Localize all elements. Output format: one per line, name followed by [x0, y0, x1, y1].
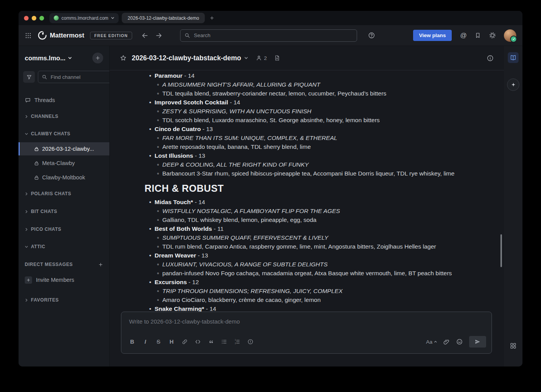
sidebar-group-clawby-chats[interactable]: CLAWBY CHATS — [19, 128, 109, 140]
view-plans-button[interactable]: View plans — [413, 30, 452, 41]
forward-button[interactable] — [155, 32, 162, 39]
italic-button[interactable]: I — [140, 337, 151, 347]
add-direct-message-button[interactable] — [98, 262, 103, 267]
active-browser-tab[interactable]: 2026-03-12-clawby-tabstack-demo — [122, 13, 205, 23]
cocktail-ingredients-line: ◦Barbancourt 3-Star rhum, spiced hibiscu… — [145, 169, 504, 178]
sidebar-group-attic[interactable]: ATTIC — [19, 240, 109, 253]
channel-info-button[interactable] — [487, 55, 494, 62]
site-profile-tab[interactable]: comms.lmorchard.com — [49, 13, 119, 23]
emoji-picker-button[interactable] — [456, 338, 463, 345]
close-window-button[interactable] — [24, 16, 29, 20]
sidebar-group-favorites[interactable]: FAVORITES — [19, 294, 109, 306]
quote-button[interactable] — [206, 337, 216, 347]
channel-info-rail-button[interactable] — [508, 52, 519, 63]
formatting-label: Aa — [426, 339, 432, 345]
find-channel-box[interactable] — [38, 71, 110, 83]
new-tab-button[interactable] — [209, 15, 214, 20]
sidebar-group-direct-messages[interactable]: DIRECT MESSAGES — [19, 258, 109, 271]
cocktail-tagline: DEEP & COOLING, ALL THE RIGHT KIND OF FU… — [162, 160, 309, 169]
agents-rail-button[interactable] — [507, 78, 519, 91]
numbered-list-button[interactable]: 12 — [232, 337, 243, 347]
invite-members-button[interactable]: Invite Members — [19, 274, 109, 286]
back-button[interactable] — [141, 32, 148, 39]
app-header: Mattermost FREE EDITION View plans @ — [19, 25, 522, 46]
cocktail-price: - 14 — [193, 199, 205, 205]
message-input[interactable]: Write to 2026-03-12-clawby-tabstack-demo — [121, 312, 492, 333]
product-menu-button[interactable] — [25, 32, 32, 39]
send-message-button[interactable] — [469, 336, 486, 348]
cocktail-price: - 14 — [182, 72, 194, 79]
sidebar-channel-meta-clawby[interactable]: Meta-Clawby — [19, 157, 109, 170]
sidebar-group-bit-chats[interactable]: BIT CHATS — [19, 205, 109, 218]
mentions-button[interactable]: @ — [460, 32, 467, 39]
settings-button[interactable] — [489, 32, 496, 39]
filter-icon — [26, 74, 32, 80]
cocktail-ingredients-line: ◦Amaro CioCiaro, blackberry, crème de ca… — [145, 295, 504, 304]
cocktail-price: - 11 — [212, 225, 224, 232]
channel-files-button[interactable] — [274, 55, 280, 61]
message-priority-button[interactable] — [245, 337, 256, 347]
heading-button[interactable]: H — [166, 337, 177, 347]
cocktail-price: - 13 — [201, 126, 213, 132]
online-status-icon — [510, 36, 517, 43]
chevron-right-icon — [25, 228, 28, 231]
cocktail-name: Cinco de Cuatro — [155, 126, 201, 132]
channel-filter-button[interactable] — [23, 71, 35, 83]
scrollbar[interactable] — [500, 234, 502, 267]
global-search[interactable] — [180, 29, 357, 42]
bullet-icon: • — [149, 251, 155, 260]
send-icon — [475, 339, 481, 345]
help-button[interactable] — [368, 32, 375, 39]
channel-sidebar: comms.lmo... Threads — [19, 46, 110, 366]
mattermost-logo-icon — [38, 31, 47, 40]
bullet-icon: • — [149, 124, 155, 133]
app-body: comms.lmo... Threads — [19, 46, 522, 366]
show-formatting-button[interactable]: Aa — [426, 339, 437, 345]
bullet-icon: ◦ — [157, 295, 162, 304]
add-channels-button[interactable] — [92, 53, 103, 63]
svg-text:1: 1 — [235, 339, 236, 341]
lock-icon — [34, 147, 39, 152]
browser-tab-strip: comms.lmorchard.com 2026-03-12-clawby-ta… — [19, 11, 522, 25]
team-menu-button[interactable]: comms.lmo... — [25, 55, 72, 62]
cocktail-name: Best of Both Worlds — [155, 225, 212, 232]
sidebar-group-channels[interactable]: CHANNELS — [19, 110, 109, 123]
sidebar-channel-active[interactable]: 2026-03-12-clawby... — [19, 142, 109, 155]
user-avatar[interactable] — [504, 29, 516, 42]
channel-label: Clawby-Moltbook — [42, 174, 85, 181]
exclamation-circle-icon — [247, 339, 253, 345]
link-button[interactable] — [179, 337, 190, 347]
message-body: •Paramour - 14◦A MIDSUMMER NIGHT’S AFFAI… — [110, 71, 504, 313]
team-header: comms.lmo... — [19, 46, 109, 70]
brand: Mattermost — [38, 31, 84, 40]
channel-members-button[interactable]: 2 — [256, 55, 267, 61]
bullet-icon: ◦ — [157, 89, 162, 98]
strikethrough-button[interactable]: S — [153, 337, 164, 347]
bullet-icon: • — [149, 98, 155, 107]
sidebar-channel-clawby-moltbook[interactable]: Clawby-Moltbook — [19, 171, 109, 184]
emoji-icon — [456, 338, 463, 345]
cocktail-name: Dream Weaver — [155, 252, 196, 259]
saved-messages-button[interactable] — [475, 32, 481, 39]
search-input[interactable] — [193, 32, 353, 39]
attach-file-button[interactable] — [443, 339, 450, 345]
sidebar-group-polaris-chats[interactable]: POLARIS CHATS — [19, 187, 109, 200]
sidebar-group-pico-chats[interactable]: PICO CHATS — [19, 223, 109, 235]
favorite-channel-button[interactable] — [120, 55, 127, 61]
bullet-icon: ◦ — [157, 206, 162, 215]
sidebar-item-threads[interactable]: Threads — [19, 93, 109, 107]
group-label: POLARIS CHATS — [31, 191, 71, 196]
group-label: CLAWBY CHATS — [31, 131, 70, 136]
cocktail-name-line: •Cinco de Cuatro - 13 — [145, 124, 504, 133]
section-heading: RICH & ROBUST — [145, 184, 504, 193]
apps-rail-button[interactable] — [510, 342, 517, 349]
code-button[interactable] — [192, 337, 203, 347]
bulleted-list-button[interactable] — [219, 337, 230, 347]
find-channel-input[interactable] — [50, 74, 110, 80]
cocktail-tagline: ZESTY & SURPRISING, WITH AN UNCTUOUS FIN… — [162, 107, 311, 116]
minimize-window-button[interactable] — [32, 16, 36, 20]
zoom-window-button[interactable] — [39, 16, 44, 20]
bold-button[interactable]: B — [127, 337, 138, 347]
channel-title-menu[interactable]: 2026-03-12-clawby-tabstack-demo — [132, 54, 248, 62]
help-icon — [368, 32, 375, 39]
